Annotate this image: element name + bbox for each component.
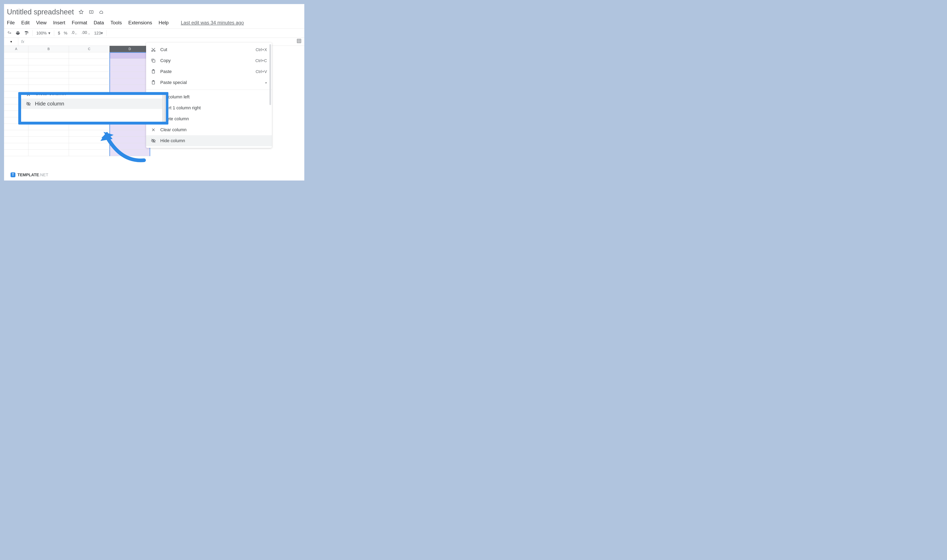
- svg-rect-3: [152, 60, 155, 62]
- paint-format-icon[interactable]: [24, 31, 29, 35]
- title-bar: Untitled spreadsheet: [4, 4, 304, 16]
- menu-data[interactable]: Data: [94, 20, 104, 26]
- cell[interactable]: [69, 59, 109, 65]
- cell-selected[interactable]: [109, 52, 150, 59]
- percent-button[interactable]: %: [64, 31, 67, 35]
- ctx-cut-label: Cut: [160, 47, 167, 52]
- eye-off-icon: [26, 102, 31, 106]
- title-actions: [79, 9, 104, 14]
- cell[interactable]: [28, 124, 69, 130]
- cell[interactable]: [4, 72, 28, 78]
- submenu-arrow-icon: ▸: [266, 81, 267, 84]
- cell-selected[interactable]: [109, 85, 150, 91]
- cell[interactable]: [4, 78, 28, 85]
- ctx-copy-label: Copy: [160, 58, 171, 63]
- callout-scrollbar[interactable]: [162, 95, 166, 122]
- callout-hide-column[interactable]: Hide column: [21, 98, 166, 109]
- cell[interactable]: [28, 78, 69, 85]
- toolbar-separator: [54, 30, 54, 36]
- decrease-decimal-button[interactable]: .0←: [71, 30, 78, 36]
- redo-icon[interactable]: [7, 31, 12, 35]
- cell[interactable]: [4, 124, 28, 130]
- cell-selected[interactable]: [109, 65, 150, 72]
- cell[interactable]: [4, 150, 28, 156]
- ctx-cut-shortcut: Ctrl+X: [256, 48, 267, 52]
- cell[interactable]: [28, 72, 69, 78]
- callout-hide-label: Hide column: [35, 101, 64, 107]
- close-icon: ✕: [26, 95, 31, 97]
- cell[interactable]: [28, 52, 69, 59]
- cell[interactable]: [28, 85, 69, 91]
- menu-help[interactable]: Help: [159, 20, 169, 26]
- cloud-icon[interactable]: [99, 9, 104, 14]
- ctx-copy-shortcut: Ctrl+C: [256, 58, 267, 63]
- toolbar: 100% ▾ $ % .0← .00→ 123▾: [4, 28, 304, 38]
- watermark-suffix: .NET: [39, 172, 48, 177]
- ctx-paste-shortcut: Ctrl+V: [256, 69, 267, 74]
- borders-icon[interactable]: [297, 38, 302, 43]
- ctx-paste-special[interactable]: Paste special ▸: [146, 77, 272, 88]
- ctx-cut[interactable]: Cut Ctrl+X: [146, 44, 272, 55]
- ctx-copy[interactable]: Copy Ctrl+C: [146, 55, 272, 66]
- zoom-dropdown[interactable]: 100% ▾: [36, 31, 50, 35]
- last-edit-link[interactable]: Last edit was 34 minutes ago: [181, 20, 244, 26]
- cell[interactable]: [69, 52, 109, 59]
- name-box[interactable]: ▾: [4, 38, 18, 46]
- cell[interactable]: [28, 65, 69, 72]
- menu-bar: File Edit View Insert Format Data Tools …: [4, 16, 304, 28]
- menu-format[interactable]: Format: [72, 20, 87, 26]
- ctx-clear-column[interactable]: Clear column: [146, 124, 272, 135]
- cell[interactable]: [28, 130, 69, 137]
- watermark-logo-icon: T: [11, 172, 15, 177]
- app-frame: Untitled spreadsheet File Edit View Inse…: [4, 4, 304, 180]
- menu-tools[interactable]: Tools: [110, 20, 122, 26]
- cell-selected[interactable]: [109, 59, 150, 65]
- col-header-c[interactable]: C: [69, 46, 109, 52]
- increase-decimal-button[interactable]: .00→: [82, 30, 90, 36]
- cell-selected[interactable]: [109, 78, 150, 85]
- cell[interactable]: [4, 65, 28, 72]
- annotation-arrow: [97, 122, 150, 166]
- cell[interactable]: [4, 85, 28, 91]
- cell[interactable]: [4, 130, 28, 137]
- col-header-a[interactable]: A: [4, 46, 28, 52]
- menu-extensions[interactable]: Extensions: [128, 20, 152, 26]
- menu-insert[interactable]: Insert: [53, 20, 65, 26]
- cell[interactable]: [69, 85, 109, 91]
- ctx-paste[interactable]: Paste Ctrl+V: [146, 66, 272, 77]
- watermark-brand: TEMPLATE: [17, 172, 39, 177]
- col-header-b[interactable]: B: [28, 46, 69, 52]
- menu-view[interactable]: View: [36, 20, 47, 26]
- cell[interactable]: [4, 143, 28, 150]
- table-row: [4, 150, 304, 156]
- chevron-down-icon: ▾: [48, 31, 50, 35]
- cell[interactable]: [28, 137, 69, 143]
- cell[interactable]: [28, 59, 69, 65]
- menu-edit[interactable]: Edit: [21, 20, 29, 26]
- col-header-d[interactable]: D: [109, 46, 150, 52]
- paste-special-icon: [151, 80, 156, 85]
- cell[interactable]: [4, 137, 28, 143]
- currency-button[interactable]: $: [58, 31, 60, 35]
- cell[interactable]: [69, 65, 109, 72]
- cell[interactable]: [4, 52, 28, 59]
- toolbar-separator: [106, 30, 107, 36]
- close-icon: [151, 128, 156, 132]
- cell[interactable]: [69, 72, 109, 78]
- callout-box: ✕ Clear column Hide column: [18, 92, 168, 125]
- more-formats-button[interactable]: 123▾: [94, 31, 103, 35]
- star-icon[interactable]: [79, 9, 83, 14]
- ctx-hide-column[interactable]: Hide column: [146, 135, 272, 146]
- menu-file[interactable]: File: [7, 20, 15, 26]
- cell[interactable]: [69, 78, 109, 85]
- cell-selected[interactable]: [109, 72, 150, 78]
- callout-clear-partial: ✕ Clear column: [21, 95, 166, 98]
- cell[interactable]: [28, 143, 69, 150]
- cell[interactable]: [4, 59, 28, 65]
- scrollbar[interactable]: [269, 44, 271, 105]
- document-title[interactable]: Untitled spreadsheet: [7, 8, 74, 16]
- cut-icon: [151, 47, 156, 52]
- print-icon[interactable]: [15, 31, 20, 35]
- move-icon[interactable]: [89, 9, 94, 14]
- cell[interactable]: [28, 150, 69, 156]
